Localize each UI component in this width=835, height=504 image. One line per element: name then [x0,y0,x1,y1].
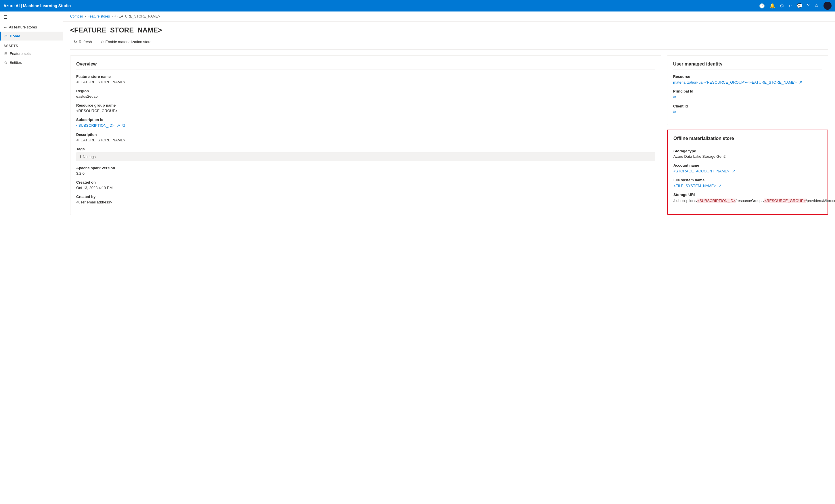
avatar[interactable] [823,2,832,10]
chat-icon[interactable]: 💬 [797,3,802,8]
field-subscription-id-label: Subscription id [76,118,655,122]
enable-materialization-button[interactable]: ⊕ Enable materialization store [97,38,155,46]
help-icon[interactable]: ? [807,3,810,8]
storage-type-value: Azure Data Lake Storage Gen2 [673,154,822,159]
storage-uri-field: Storage URI /subscriptions/<SUBSCRIPTION… [673,192,822,204]
clock-icon[interactable]: 🕐 [759,3,765,8]
umi-client-id-value-row: ⧉ [673,109,822,114]
field-resource-group-label: Resource group name [76,103,655,107]
account-name-label: Account name [673,163,822,168]
umi-resource-field: Resource materialization-uai-<RESOURCE_G… [673,75,822,84]
file-system-external-icon[interactable]: ↗ [718,183,722,188]
umi-principal-id-value-row: ⧉ [673,94,822,100]
storage-uri-label: Storage URI [673,192,822,197]
umi-principal-id-field: Principal Id ⧉ [673,89,822,100]
client-id-copy-icon[interactable]: ⧉ [673,109,676,114]
umi-resource-external-icon[interactable]: ↗ [799,80,802,84]
hamburger-button[interactable]: ☰ [0,12,63,23]
breadcrumb-contoso[interactable]: Contoso [70,14,83,18]
field-description: Description <FEATURE_STORE_NAME> [76,132,655,142]
field-created-on-label: Created on [76,180,655,185]
file-system-field: File system name <FILE_SYSTEM_NAME> ↗ [673,178,822,188]
storage-uri-between1: /resourceGroups/ [735,198,764,203]
sidebar-item-feature-sets[interactable]: ⊞ Feature sets [0,49,63,58]
feature-sets-label: Feature sets [10,51,30,56]
toolbar: ↻ Refresh ⊕ Enable materialization store [70,38,828,50]
entities-label: Entities [9,60,22,65]
field-tags-label: Tags [76,147,655,151]
refresh-label: Refresh [79,40,92,44]
storage-uri-value-row: /subscriptions/<SUBSCRIPTION_ID>/resourc… [673,198,822,204]
field-spark-version: Apache spark version 3.2.0 [76,166,655,175]
field-region-label: Region [76,89,655,93]
field-description-value: <FEATURE_STORE_NAME> [76,138,655,142]
storage-type-field: Storage type Azure Data Lake Storage Gen… [673,149,822,159]
user-managed-identity-card: User managed identity Resource materiali… [667,56,828,125]
field-region-value: eastus2euap [76,94,655,99]
field-spark-version-label: Apache spark version [76,166,655,170]
field-tags: Tags ℹ No tags [76,147,655,161]
storage-uri-sub-id: <SUBSCRIPTION_ID> [697,198,735,203]
subscription-id-copy-icon[interactable]: ⧉ [122,123,125,128]
account-name-link[interactable]: <STORAGE_ACCOUNT_NAME> [673,169,730,173]
page-header: <FEATURE_STORE_NAME> ↻ Refresh ⊕ Enable … [63,22,835,50]
offline-mat-title: Offline materialization store [673,136,822,144]
field-region: Region eastus2euap [76,89,655,99]
account-name-value-row: <STORAGE_ACCOUNT_NAME> ↗ [673,169,822,173]
file-system-link[interactable]: <FILE_SYSTEM_NAME> [673,184,716,188]
assets-section-label: Assets [0,41,63,49]
umi-client-id-field: Client Id ⧉ [673,104,822,114]
feature-sets-icon: ⊞ [4,51,7,56]
principal-id-copy-icon[interactable]: ⧉ [673,94,676,100]
main-inner: Contoso › Feature stores › <FEATURE_STOR… [63,12,835,504]
topbar-icons: 🕐 🔔 ⚙ ↩ 💬 ? ☺ [759,2,832,10]
offline-materialization-card: Offline materialization store Storage ty… [667,130,828,215]
topbar-title: Azure AI | Machine Learning Studio [3,3,757,8]
field-created-by-value: <user email address> [76,200,655,204]
tags-box: ℹ No tags [76,152,655,161]
breadcrumb-sep-1: › [85,14,86,18]
breadcrumb-feature-stores[interactable]: Feature stores [88,14,110,18]
sidebar-item-entities[interactable]: ◇ Entities [0,58,63,67]
content-area: Overview Feature store name <FEATURE_STO… [63,50,835,221]
field-resource-group: Resource group name <RESOURCE_GROUP> [76,103,655,113]
back-to-feature-stores[interactable]: ← All feature stores [0,23,63,31]
enable-icon: ⊕ [101,40,104,44]
field-resource-group-value: <RESOURCE_GROUP> [76,109,655,113]
storage-uri-rg: <RESOURCE_GROUP> [764,198,806,203]
file-system-value-row: <FILE_SYSTEM_NAME> ↗ [673,183,822,188]
main-content: Contoso › Feature stores › <FEATURE_STOR… [63,12,835,504]
gear-icon[interactable]: ⚙ [780,3,784,8]
subscription-id-external-link-icon[interactable]: ↗ [117,123,120,128]
tags-info-icon: ℹ [80,154,81,159]
storage-uri-before1: /subscriptions/ [673,198,697,203]
field-created-by-label: Created by [76,194,655,199]
refresh-button[interactable]: ↻ Refresh [70,38,96,46]
home-label: Home [10,34,20,38]
layout: ☰ ← All feature stores ⊙ Home Assets ⊞ F… [0,12,835,504]
tags-value: No tags [83,154,96,159]
storage-uri-text: /subscriptions/<SUBSCRIPTION_ID>/resourc… [673,198,835,204]
storage-type-label: Storage type [673,149,822,153]
field-feature-store-name-value: <FEATURE_STORE_NAME> [76,80,655,84]
umi-resource-link[interactable]: materialization-uai-<RESOURCE_GROUP>-<FE… [673,80,796,84]
breadcrumb-current: <FEATURE_STORE_NAME> [115,14,160,18]
overview-title: Overview [76,62,655,70]
field-created-on: Created on Oct 13, 2023 4:19 PM [76,180,655,190]
field-feature-store-name: Feature store name <FEATURE_STORE_NAME> [76,75,655,84]
account-name-external-icon[interactable]: ↗ [732,169,735,173]
field-subscription-id-value-row: <SUBSCRIPTION_ID> ↗ ⧉ [76,123,655,128]
account-name-field: Account name <STORAGE_ACCOUNT_NAME> ↗ [673,163,822,173]
feedback-icon[interactable]: ↩ [789,3,792,8]
refresh-icon: ↻ [74,40,77,44]
page-title: <FEATURE_STORE_NAME> [70,26,828,34]
enable-label: Enable materialization store [105,40,151,44]
emoji-icon[interactable]: ☺ [814,3,819,8]
subscription-id-link[interactable]: <SUBSCRIPTION_ID> [76,123,115,128]
bell-icon[interactable]: 🔔 [770,3,775,8]
field-feature-store-name-label: Feature store name [76,75,655,79]
sidebar-item-home[interactable]: ⊙ Home [0,31,63,41]
umi-principal-id-label: Principal Id [673,89,822,93]
field-created-by: Created by <user email address> [76,194,655,204]
file-system-label: File system name [673,178,822,182]
